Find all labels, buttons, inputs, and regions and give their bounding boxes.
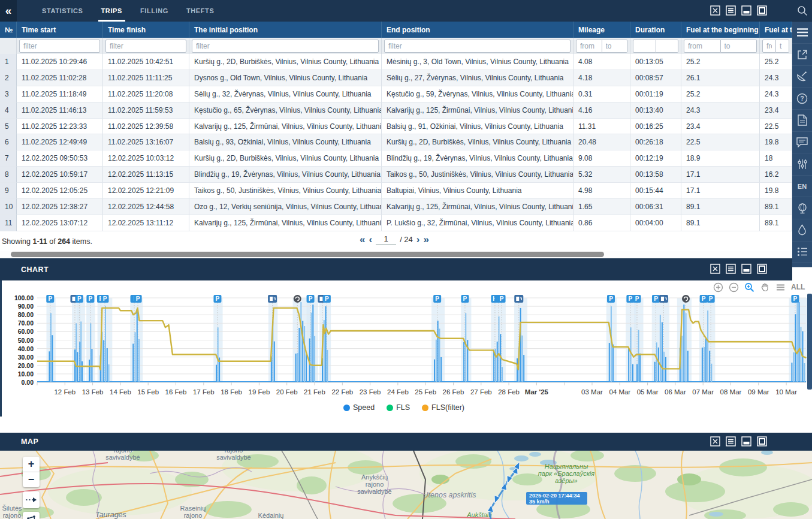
maximize-icon[interactable] [757,264,768,274]
rows-layout-icon[interactable] [726,436,736,447]
sidebar-satellite-button[interactable] [792,66,812,88]
filter-to-input-7[interactable] [721,40,757,53]
table-row[interactable]: 912.02.2025 12:05:2512.02.2025 12:21:09T… [0,183,792,199]
chart-event-marker[interactable]: P [213,295,221,303]
table-row[interactable]: 511.02.2025 12:23:3311.02.2025 12:39:58K… [0,119,792,135]
chart-event-marker[interactable]: P [461,295,469,303]
map-zoom-out-button[interactable]: − [23,472,40,487]
collapse-panel-button[interactable]: « [0,0,17,22]
column-header-8[interactable]: Fuel at th [760,22,792,38]
sidebar-settings-button[interactable] [792,153,812,176]
chart-event-marker[interactable] [514,295,523,303]
filter-to-input-8[interactable] [776,40,789,53]
chart-zoom-in-icon[interactable] [713,282,723,292]
horizontal-scrollbar-thumb[interactable] [11,252,604,257]
sidebar-list-button[interactable] [792,242,812,264]
chart-event-marker[interactable]: P [652,295,660,303]
first-page-button[interactable]: « [360,234,365,245]
chart-menu-icon[interactable] [775,282,786,292]
filter-to-input-5[interactable] [602,40,628,53]
chart-event-marker[interactable]: P [46,295,54,303]
chart-vertical-scrollbar[interactable] [807,294,812,390]
chart-event-marker[interactable]: P [433,295,441,303]
chart-event-marker[interactable] [294,295,301,303]
chart-zoom-out-icon[interactable] [729,282,739,292]
table-row[interactable]: 1112.02.2025 13:07:1212.02.2025 13:11:12… [0,215,792,231]
chart-event-marker[interactable]: P [700,295,708,303]
chart-event-marker[interactable]: P [498,295,506,303]
table-row[interactable]: 111.02.2025 10:29:4611.02.2025 10:42:51K… [0,54,792,70]
split-layout-icon[interactable] [741,264,752,274]
filter-input-2[interactable] [105,40,186,53]
split-layout-icon[interactable] [741,436,752,447]
column-header-3[interactable]: The initial position [189,22,382,38]
table-row[interactable]: 411.02.2025 11:46:1311.02.2025 11:59:53K… [0,102,792,119]
prev-page-button[interactable]: ‹ [369,234,372,245]
filter-from-input-5[interactable] [576,40,602,53]
rows-layout-icon[interactable] [726,264,736,274]
table-row[interactable]: 812.02.2025 10:59:1712.02.2025 11:13:15B… [0,167,792,183]
map-track-tool-button[interactable] [23,491,40,508]
map-zoom-in-button[interactable]: + [23,457,40,472]
sidebar-fuel-button[interactable] [792,219,812,242]
filter-from-input-7[interactable] [684,40,721,53]
chart-event-marker[interactable]: P [633,295,641,303]
sidebar-messages-button[interactable] [792,132,812,154]
sidebar-open-window-button[interactable] [792,44,812,66]
legend-item-Speed[interactable]: Speed [343,403,375,412]
split-layout-icon[interactable] [741,5,752,16]
chart-zoom-select-icon[interactable] [744,282,754,292]
sidebar-search-button[interactable] [792,0,812,22]
sidebar-language-button[interactable]: EN [792,176,812,198]
chart-event-marker[interactable] [268,295,277,303]
chart-pan-hand-icon[interactable] [760,282,770,292]
chart-event-marker[interactable]: P [101,295,108,303]
chart-event-marker[interactable]: P [323,295,331,303]
chart-event-marker[interactable]: P [307,295,315,303]
filter-from-input-6[interactable] [633,40,656,53]
legend-item-FLSfilter[interactable]: FLS(filter) [422,403,464,412]
filter-from-input-8[interactable] [762,40,776,53]
column-header-6[interactable]: Duration [630,22,681,38]
tab-thefts[interactable]: THEFTS [177,0,223,22]
chart-event-marker[interactable]: P [86,295,94,303]
column-header-1[interactable]: Time start [17,22,103,38]
chart-event-marker[interactable] [682,295,690,303]
page-number-input[interactable] [376,234,396,245]
sidebar-globe-button[interactable] [792,197,812,219]
maximize-icon[interactable] [757,5,768,16]
table-row[interactable]: 1012.02.2025 12:38:2712.02.2025 12:44:58… [0,199,792,215]
sidebar-help-button[interactable]: ? [792,87,812,110]
chart-event-marker[interactable]: P [626,295,634,303]
table-row[interactable]: 311.02.2025 11:18:4911.02.2025 11:20:08S… [0,86,792,102]
chart-event-marker[interactable] [659,295,668,303]
filter-input-4[interactable] [384,40,570,53]
close-icon[interactable] [710,5,721,16]
chart-range-all-button[interactable]: ALL [791,283,805,291]
sidebar-menu-button[interactable] [792,22,812,44]
chart-event-marker[interactable]: P [707,295,715,303]
close-icon[interactable] [710,264,721,274]
chart-event-marker[interactable]: P [607,295,615,303]
map-canvas[interactable]: Kelmėsrajonosavivaldybėrajonosavivaldybė… [0,451,812,519]
rows-layout-icon[interactable] [726,5,736,16]
table-row[interactable]: 611.02.2025 12:49:4911.02.2025 13:16:07B… [0,134,792,150]
chart-plot[interactable]: 0.0010.0020.0030.0040.0050.0060.0070.008… [0,292,808,403]
filter-input-3[interactable] [192,40,379,53]
table-row[interactable]: 712.02.2025 09:50:5312.02.2025 10:03:12K… [0,150,792,167]
tab-statistics[interactable]: STATISTICS [33,0,92,22]
map-geofence-tool-button[interactable] [23,512,40,519]
close-icon[interactable] [710,436,721,447]
tab-filling[interactable]: FILLING [131,0,177,22]
tab-trips[interactable]: TRIPS [92,0,131,22]
table-row[interactable]: 211.02.2025 11:02:2811.02.2025 11:11:25D… [0,70,792,86]
column-header-2[interactable]: Time finish [103,22,189,38]
column-header-7[interactable]: Fuel at the beginning [681,22,760,38]
sidebar-report-button[interactable] [792,110,812,132]
last-page-button[interactable]: » [424,234,429,245]
chart-event-marker[interactable]: P [76,295,83,303]
next-page-button[interactable]: › [416,234,420,245]
filter-to-input-6[interactable] [656,40,679,53]
column-header-4[interactable]: End position [382,22,573,38]
maximize-icon[interactable] [757,436,768,447]
